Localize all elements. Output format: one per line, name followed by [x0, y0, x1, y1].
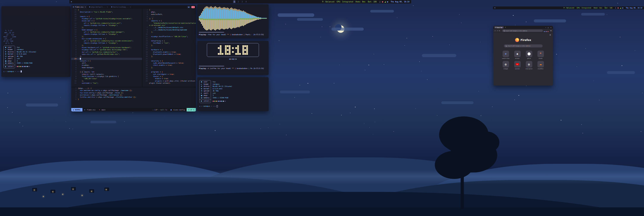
color-dot [22, 66, 23, 67]
code-line: 14 }; [71, 27, 142, 29]
viz-bar [240, 10, 241, 27]
star [406, 38, 407, 38]
host-icon: ⌂ [201, 83, 204, 85]
neovim-window[interactable]: ❄flake.nix×❄pkgs/default...×❄hosts/isoIm… [71, 5, 196, 111]
code-text: ../../modules/nixos/desktop/awesome [149, 29, 187, 31]
shortcut-github[interactable]: github [524, 51, 534, 59]
firefox-logo [515, 38, 519, 42]
editor-pane-flake[interactable]: 22{21 description = "tux's NixOS Flake";… [71, 9, 142, 87]
menu-icon[interactable]: ≡ [494, 7, 496, 9]
workspace-2[interactable]: 2 [237, 1, 239, 3]
fetch-value: 3h 59m [213, 90, 232, 92]
mist-band [0, 170, 644, 184]
notification-icon[interactable]: ◉ [382, 1, 383, 3]
maximize-icon[interactable]: □ [548, 27, 549, 28]
tree-canopy [474, 131, 499, 153]
shortcut-cloudflare[interactable]: ☁cloudflare [536, 61, 546, 69]
tab-pkgs/default...[interactable]: ❄pkgs/default...× [88, 5, 110, 9]
menu-icon[interactable]: ≡ [71, 1, 72, 3]
code-line: 6} [71, 98, 196, 100]
workspace-3[interactable]: 3 [241, 1, 244, 3]
code-text: }; [149, 44, 153, 47]
tab-close-icon[interactable]: × [107, 6, 108, 8]
new-tab-button[interactable]: + [505, 27, 506, 28]
line-number [142, 24, 149, 27]
fetch-window[interactable]: ◉user⌂hname❄distro⚙kernel◔uptime$shell▣p… [197, 77, 268, 111]
back-icon[interactable]: ← [494, 30, 496, 32]
tab-close-icon[interactable]: × [130, 6, 131, 8]
shortcut-youtube[interactable]: ▶youtube [513, 61, 522, 69]
terminal-window[interactable]: \ \ // ==\__\/ // // \// ==// //== //\__… [1, 6, 70, 77]
code-text: self, [78, 62, 87, 64]
bluetooth-icon[interactable]: ◆ [622, 7, 623, 9]
tab-flake.nix[interactable]: ❄flake.nix× [71, 5, 88, 9]
firefox-window[interactable]: New Tab + ─□× ←→↻ Search with Google or … [493, 26, 553, 86]
shortcut-chat.openai[interactable]: ◍chat.openai [524, 61, 534, 69]
shortcut-claude[interactable]: *claude [536, 51, 546, 59]
editor-pane-pkgs[interactable]: 1{pkgs, ...}: {2 tux-awesome-wm-config =… [71, 87, 196, 108]
music-icon[interactable]: ♫ [379, 1, 381, 3]
star [12, 112, 12, 113]
viz-bar [229, 9, 230, 28]
music-icon[interactable]: ♫ [615, 7, 616, 9]
shortcut-search.nixos[interactable]: ❄search.nixos [501, 51, 510, 59]
shell-prompt: ⌂ → canopus ~ ››› [4, 71, 68, 73]
color-dot [216, 101, 217, 102]
extension-icon-3[interactable]: ◉ [547, 31, 548, 32]
tab-hosts/isoImag...[interactable]: ❄hosts/isoImag...× [110, 5, 132, 9]
workspace-4[interactable]: 4 [245, 1, 247, 3]
wifi-icon[interactable]: ◢ [384, 1, 386, 3]
viz-bar [234, 9, 235, 28]
line-number: 28 [142, 73, 149, 75]
bluetooth-icon[interactable]: ◆ [387, 1, 388, 3]
prompt-segment: ~ [210, 105, 213, 107]
star [413, 6, 414, 6]
viz-bar [224, 7, 224, 30]
line-number: 16 [71, 22, 78, 24]
toggle-button[interactable]: ◉ [187, 6, 190, 8]
shortcut-amazon[interactable]: aamazon [513, 51, 522, 59]
forward-icon[interactable]: → [497, 30, 498, 32]
visualizer-window[interactable]: =========================> Playing: ffee… [197, 4, 268, 38]
extension-icon-1[interactable]: ◉ [544, 31, 545, 32]
gear-icon[interactable]: ⚙ [550, 34, 551, 36]
line-number: 15 [142, 44, 149, 47]
viz-bar [241, 11, 242, 26]
minimize-icon[interactable]: ─ [546, 27, 546, 28]
editor-pane-hosts[interactable]: 1{2 pkgs,3 modulesPath,4 ...5}: {6 impor… [142, 9, 196, 87]
statusline: ◆ NORMAL❄ flake.nix⌥ main◌ LSP ~ null-ls… [71, 108, 196, 111]
star [365, 70, 365, 70]
amazon-icon: a [514, 51, 521, 57]
code-text: }; [78, 36, 84, 38]
line-number: 2 [71, 89, 78, 92]
close-button[interactable]: × [191, 6, 195, 8]
line-number: 10 [71, 36, 78, 38]
code-line: 23 [71, 58, 142, 60]
code-line: 10 ]; [71, 80, 142, 82]
menu-icon[interactable]: ≡ [550, 30, 552, 32]
fetch-values: tuxcanopusNixOS 24.11 (Vicuna)6.9.8-zen1… [213, 80, 232, 103]
workspace-1[interactable]: 1 [233, 1, 236, 3]
star [286, 24, 286, 24]
code-line: 3 modulesPath, [142, 13, 196, 16]
extension-icon-2[interactable]: ◉ [546, 31, 547, 32]
tab-close-icon[interactable]: × [85, 6, 86, 8]
newtab-search-bar[interactable]: Search with Google or enter address [504, 44, 542, 47]
git-branch-icon: ⌥ [99, 109, 100, 111]
shortcut-chatgpt[interactable]: ◍chatgpt [501, 61, 510, 69]
kernel-icon: ⚙ [201, 88, 204, 90]
code-line: 9 nix-vscode-extensions = { [71, 38, 142, 40]
firefox-tab-newtab[interactable]: New Tab [494, 26, 504, 29]
code-line: 4 home-manager, [71, 67, 142, 69]
notification-icon[interactable]: ◉ [617, 7, 619, 9]
star [8, 93, 8, 93]
close-icon[interactable]: × [550, 27, 552, 28]
code-text: inputs.nixpkgs.follows = "nixpkgs"; [78, 42, 118, 44]
git-branch: ⌥ main [97, 108, 107, 111]
fetch-value: 6.9.8-zen1 [17, 53, 36, 55]
url-bar[interactable]: Search with Google or enter address [502, 30, 543, 32]
code-line: 3 nixpkgs, [71, 64, 142, 66]
clock-window[interactable]: 08/08/24 =========================> Play… [197, 41, 268, 75]
wifi-icon[interactable]: ◢ [620, 7, 621, 9]
reload-icon[interactable]: ↻ [499, 30, 500, 32]
